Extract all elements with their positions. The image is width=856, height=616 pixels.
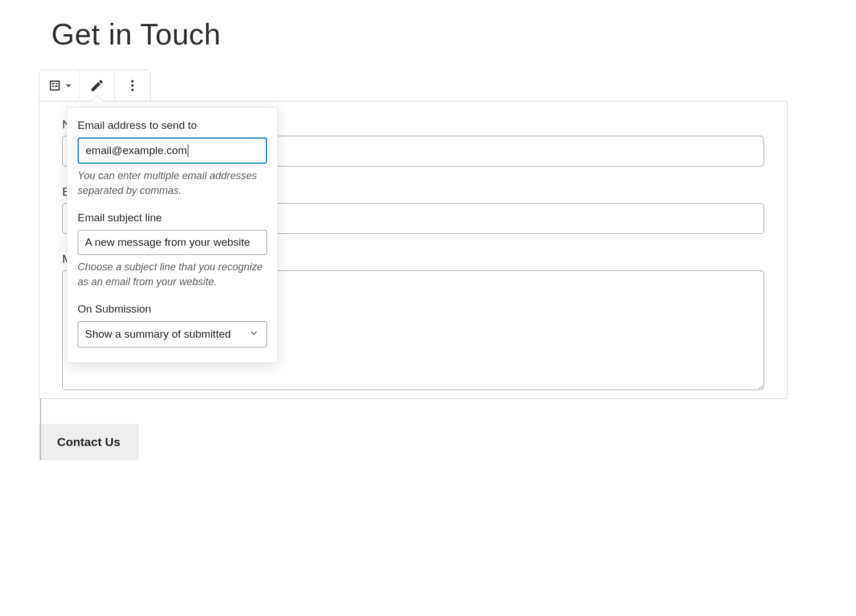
more-options-button[interactable] [115, 70, 150, 101]
email-to-value: email@example.com [86, 144, 187, 157]
email-to-label: Email address to send to [78, 119, 267, 132]
text-caret [188, 144, 188, 157]
subject-help: Choose a subject line that you recognize… [78, 260, 267, 289]
page-title: Get in Touch [51, 17, 822, 51]
chevron-down-icon [66, 84, 71, 87]
form-block[interactable]: Email address to send to email@example.c… [39, 101, 788, 399]
email-to-group: Email address to send to email@example.c… [78, 119, 267, 198]
more-vertical-icon [125, 78, 140, 93]
block-type-button[interactable] [39, 70, 79, 101]
email-to-input[interactable]: email@example.com [78, 137, 267, 164]
svg-point-0 [131, 80, 134, 82]
subject-group: Email subject line Choose a subject line… [78, 212, 267, 289]
email-to-help: You can enter multiple email addresses s… [78, 168, 267, 198]
form-settings-popover: Email address to send to email@example.c… [67, 107, 278, 363]
on-submission-group: On Submission Show a summary of submitte… [78, 303, 267, 347]
block-toolbar [39, 70, 151, 102]
form-icon [47, 78, 62, 93]
svg-point-2 [131, 88, 134, 91]
edit-button[interactable] [79, 70, 115, 101]
submit-button[interactable]: Contact Us [39, 424, 139, 460]
subject-input[interactable] [78, 230, 267, 255]
on-submission-select[interactable]: Show a summary of submitted [78, 321, 267, 347]
svg-point-1 [131, 84, 134, 87]
subject-label: Email subject line [78, 212, 267, 224]
on-submission-label: On Submission [78, 303, 267, 315]
pencil-icon [90, 78, 104, 93]
